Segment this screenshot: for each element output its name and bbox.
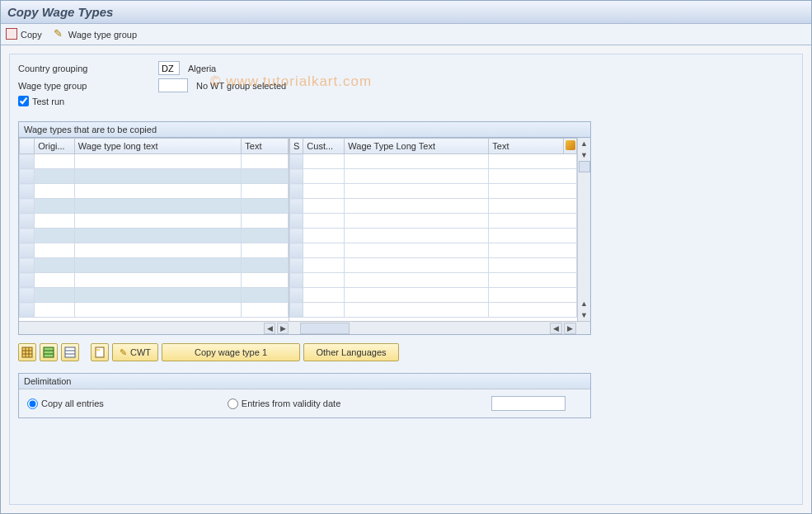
scroll-up2-icon[interactable]: ▲ <box>579 298 590 309</box>
svg-rect-11 <box>96 347 104 357</box>
pencil-icon: ✎ <box>120 347 127 358</box>
test-run-checkbox[interactable] <box>18 96 29 106</box>
table-row[interactable] <box>20 169 289 184</box>
copy-all-radio[interactable] <box>27 398 38 409</box>
table-row[interactable] <box>290 288 577 303</box>
table-title: Wage types that are to be copied <box>18 121 591 137</box>
country-grouping-input[interactable] <box>158 61 180 75</box>
wage-types-right-grid[interactable]: S Cust... Wage Type Long Text Text <box>289 138 577 318</box>
delimitation-title: Delimitation <box>19 374 590 389</box>
hscroll-right-prev[interactable]: ◀ <box>550 323 562 334</box>
table-row[interactable] <box>20 303 289 318</box>
cwt-label: CWT <box>130 347 151 357</box>
table-row[interactable] <box>20 273 289 288</box>
table-row[interactable] <box>290 229 577 243</box>
svg-rect-8 <box>65 347 75 357</box>
copy-wage-type-button[interactable]: Copy wage type 1 <box>162 343 300 361</box>
wage-types-left-grid[interactable]: Origi... Wage type long text Text <box>19 138 289 318</box>
scroll-down2-icon[interactable]: ▼ <box>579 309 590 321</box>
hscroll-right-next[interactable]: ▶ <box>564 323 576 334</box>
col-longtext-right[interactable]: Wage Type Long Text <box>345 139 489 154</box>
col-origin[interactable]: Origi... <box>35 139 75 154</box>
table-row[interactable] <box>290 303 577 318</box>
entries-from-radio[interactable] <box>228 398 238 409</box>
table-row[interactable] <box>290 184 577 199</box>
scroll-down-icon[interactable]: ▼ <box>579 149 590 161</box>
col-cust[interactable]: Cust... <box>303 139 345 154</box>
copy-icon <box>7 30 17 40</box>
window-title-bar: Copy Wage Types <box>1 1 811 24</box>
table-row[interactable] <box>20 243 289 258</box>
copy-button[interactable]: Copy <box>7 30 42 40</box>
copy-all-label: Copy all entries <box>41 398 104 408</box>
test-run-label: Test run <box>32 97 64 106</box>
copy-wage-type-label: Copy wage type 1 <box>195 347 267 357</box>
table-row[interactable] <box>290 214 577 229</box>
validity-date-input[interactable] <box>491 396 566 411</box>
select-all-button[interactable] <box>18 343 36 361</box>
table-row[interactable] <box>290 258 577 273</box>
other-languages-label: Other Languages <box>316 347 386 357</box>
svg-rect-5 <box>44 347 54 357</box>
svg-rect-12 <box>96 349 100 351</box>
table-row[interactable] <box>20 229 289 243</box>
page-title: Copy Wage Types <box>7 5 113 19</box>
country-grouping-text: Algeria <box>188 64 216 73</box>
scroll-up-icon[interactable]: ▲ <box>579 138 590 149</box>
country-grouping-label: Country grouping <box>18 64 158 73</box>
col-text-right[interactable]: Text <box>489 139 564 154</box>
vertical-scrollbar[interactable]: ▲ ▼ ▲ ▼ <box>577 138 590 321</box>
table-row[interactable] <box>290 243 577 258</box>
wage-group-label: Wage type group <box>68 30 137 40</box>
table-row[interactable] <box>290 154 577 169</box>
cwt-button[interactable]: ✎ CWT <box>112 343 158 361</box>
hscroll-left-prev[interactable]: ◀ <box>264 323 275 334</box>
table-row[interactable] <box>20 214 289 229</box>
select-block-button[interactable] <box>40 343 58 361</box>
grid-yellow-icon <box>21 347 33 358</box>
table-row[interactable] <box>20 154 289 169</box>
table-row[interactable] <box>290 169 577 184</box>
deselect-all-button[interactable] <box>61 343 79 361</box>
table-row[interactable] <box>20 199 289 214</box>
scroll-thumb[interactable] <box>579 161 590 172</box>
table-settings-button[interactable] <box>564 139 577 154</box>
wage-type-group-label-field: Wage type group <box>18 81 158 91</box>
table-row[interactable] <box>290 199 577 214</box>
entries-from-label: Entries from validity date <box>242 398 340 408</box>
table-row[interactable] <box>20 258 289 273</box>
copy-label: Copy <box>21 30 42 40</box>
gear-icon <box>566 140 575 150</box>
doc-icon <box>94 347 106 358</box>
wage-type-group-button[interactable]: Wage type group <box>54 29 137 40</box>
table-row[interactable] <box>290 273 577 288</box>
svg-rect-0 <box>22 347 32 357</box>
col-s[interactable]: S <box>290 139 303 154</box>
wage-type-group-text: No WT group selected <box>196 81 286 91</box>
pencil-icon <box>54 29 65 40</box>
toolbar: Copy Wage type group <box>1 24 811 45</box>
display-button[interactable] <box>91 343 109 361</box>
col-text-left[interactable]: Text <box>242 139 289 154</box>
col-longtext-left[interactable]: Wage type long text <box>74 139 241 154</box>
grid-plain-icon <box>64 347 76 358</box>
hscroll-left-next[interactable]: ▶ <box>277 323 289 334</box>
other-languages-button[interactable]: Other Languages <box>303 343 399 361</box>
table-row[interactable] <box>20 184 289 199</box>
table-row[interactable] <box>20 288 289 303</box>
wage-type-group-input[interactable] <box>158 78 188 92</box>
grid-green-icon <box>43 347 54 358</box>
hscroll-track[interactable] <box>300 323 350 334</box>
